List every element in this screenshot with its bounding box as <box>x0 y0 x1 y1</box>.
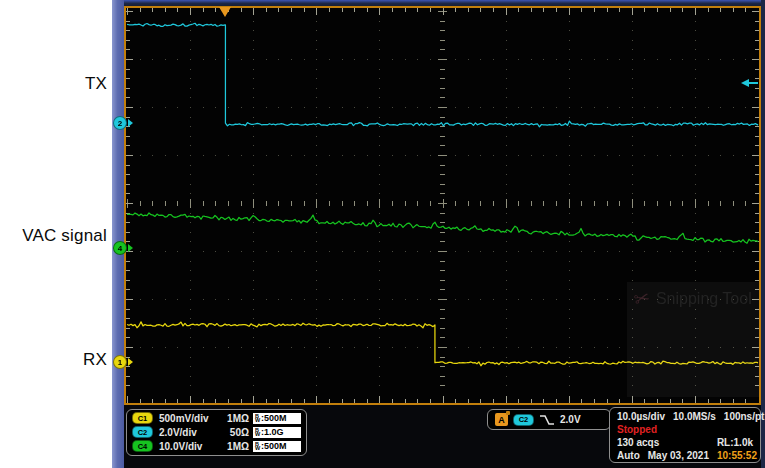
timebase-value: 10.0µs/div <box>617 411 665 422</box>
c4-bandwidth-value: 500M <box>261 441 287 451</box>
c2-bandwidth-value: 1.0G <box>261 427 284 437</box>
trigger-level-arrow-tip <box>741 79 749 87</box>
trigger-mode: Auto <box>617 450 640 461</box>
trigger-level-value: 2.0V <box>560 414 581 425</box>
waveform-canvas <box>126 8 759 403</box>
channel-4-arrow-icon <box>128 244 133 252</box>
channel-1-badge: 1 <box>113 355 127 369</box>
trigger-level-arrow[interactable] <box>741 79 758 87</box>
c2-badge: C2 <box>132 426 153 438</box>
channel-4-badge: 4 <box>113 241 127 255</box>
channel-1-ground-marker[interactable]: 1 <box>113 355 133 369</box>
c4-impedance: 1MΩ <box>227 441 249 452</box>
snipping-tool-watermark: ✂ Snipping Tool <box>634 287 752 310</box>
scissors-icon: ✂ <box>631 285 652 311</box>
c4-scale: 10.0V/div <box>159 441 202 452</box>
annotation-tx: TX <box>0 74 107 94</box>
status-bar: C1 500mV/div 1MΩ BW500M C2 2.0V/div 50Ω … <box>124 405 761 468</box>
c4-badge: C4 <box>132 440 153 452</box>
acquisition-info-box[interactable]: 10.0µs/div 10.0MS/s 100ns/pt Stopped 130… <box>609 407 761 463</box>
trigger-level-arrow-line <box>749 82 758 84</box>
document-page: TX VAC signal RX ✂ Snipping Tool 2 4 <box>0 0 765 468</box>
horizontal-readout-row: 10.0µs/div 10.0MS/s 100ns/pt <box>610 410 760 423</box>
channel-1-arrow-icon <box>128 358 133 366</box>
annotation-vac: VAC signal <box>0 226 107 246</box>
c2-bandwidth-readout: BW1.0G <box>253 427 301 438</box>
falling-edge-icon <box>539 414 555 426</box>
watermark-label: Snipping Tool <box>656 290 752 308</box>
trigger-position-marker[interactable] <box>219 7 231 17</box>
oscilloscope-capture: ✂ Snipping Tool 2 4 1 <box>112 0 765 468</box>
c1-scale: 500mV/div <box>159 413 208 424</box>
channel-2-badge: 2 <box>113 116 127 130</box>
acqs-count: 130 acqs <box>617 437 659 448</box>
trigger-source-badge: C2 <box>513 414 534 426</box>
annotation-rx: RX <box>0 350 107 370</box>
status-badge: Stopped <box>617 424 657 435</box>
trigger-readout-box[interactable]: A C2 2.0V <box>487 409 611 430</box>
c2-scale: 2.0V/div <box>159 427 197 438</box>
c2-impedance: 50Ω <box>230 427 249 438</box>
channel-2-arrow-icon <box>128 119 133 127</box>
c1-bandwidth-readout: BW500M <box>253 413 301 424</box>
scope-right-strip <box>761 0 765 468</box>
date-value: May 03, 2021 <box>648 450 709 461</box>
channel-row-c4[interactable]: C4 10.0V/div 1MΩ BW500M <box>127 439 306 453</box>
acquisition-count-row: 130 acqs RL:1.0k <box>610 436 760 449</box>
acquisition-status-row: Stopped <box>610 423 760 436</box>
c4-bandwidth-readout: BW500M <box>253 441 301 452</box>
record-length: RL:1.0k <box>717 437 753 448</box>
scope-left-strip <box>112 0 124 468</box>
sample-rate-value: 10.0MS/s <box>673 411 716 422</box>
resolution-value: 100ns/pt <box>724 411 765 422</box>
trigger-a-badge: A <box>495 413 508 426</box>
c1-impedance: 1MΩ <box>227 413 249 424</box>
scope-graticule: ✂ Snipping Tool 2 4 1 <box>124 6 761 405</box>
c1-bandwidth-value: 500M <box>261 413 287 423</box>
c1-badge: C1 <box>132 412 153 424</box>
datetime-row: Auto May 03, 2021 10:55:52 <box>610 449 760 462</box>
channel-readout-box[interactable]: C1 500mV/div 1MΩ BW500M C2 2.0V/div 50Ω … <box>126 409 307 456</box>
channel-row-c1[interactable]: C1 500mV/div 1MΩ BW500M <box>127 411 306 425</box>
channel-2-ground-marker[interactable]: 2 <box>113 116 133 130</box>
channel-4-ground-marker[interactable]: 4 <box>113 241 133 255</box>
time-value: 10:55:52 <box>717 450 757 461</box>
channel-row-c2[interactable]: C2 2.0V/div 50Ω BW1.0G <box>127 425 306 439</box>
